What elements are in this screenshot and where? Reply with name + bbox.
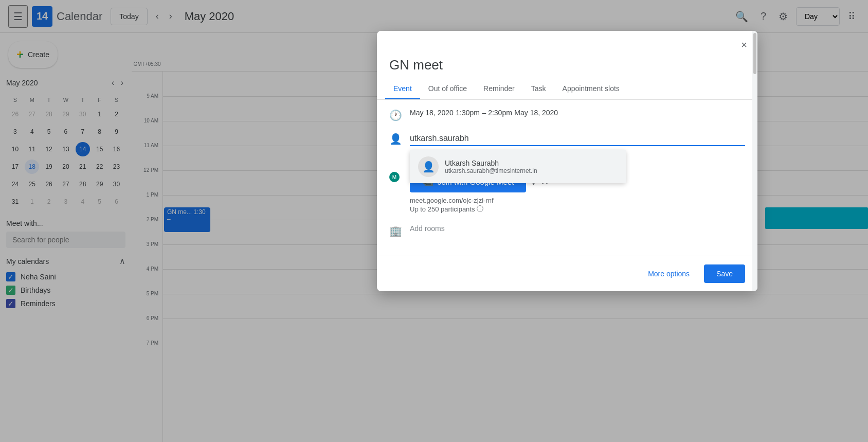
rooms-content: Add rooms [410, 224, 745, 233]
participants-text: Up to 250 participants [410, 205, 475, 213]
avatar-icon: 👤 [422, 161, 435, 173]
suggestion-info: Utkarsh Saurabh utkarsh.saurabh@timesint… [445, 159, 618, 174]
datetime-dash: – [482, 109, 488, 117]
meet-link[interactable]: meet.google.com/ojc-zjzi-rnf [410, 197, 745, 204]
guest-input[interactable] [410, 132, 745, 146]
suggestion-name: Utkarsh Saurabh [445, 159, 618, 167]
end-time[interactable]: 2:30pm [488, 109, 512, 117]
suggestion-email: utkarsh.saurabh@timesinternet.in [445, 167, 618, 174]
modal-title: GN meet [377, 53, 757, 79]
tab-task[interactable]: Task [523, 79, 554, 99]
event-modal: × GN meet Event Out of office Reminder T… [377, 31, 757, 291]
modal-tabs: Event Out of office Reminder Task Appoin… [377, 79, 757, 100]
modal-close-button[interactable]: × [739, 37, 749, 53]
modal-scrollbar-thumb [753, 33, 756, 74]
datetime-content: May 18, 2020 1:30pm – 2:30pm May 18, 202… [410, 108, 745, 117]
meet-icon: M [389, 172, 402, 185]
start-time[interactable]: 1:30pm [456, 109, 480, 117]
tab-reminder[interactable]: Reminder [475, 79, 523, 99]
save-button[interactable]: Save [704, 264, 745, 283]
google-meet-icon: M [389, 172, 400, 182]
clock-icon: 🕐 [389, 109, 402, 121]
suggestion-dropdown: 👤 Utkarsh Saurabh utkarsh.saurabh@timesi… [410, 150, 626, 183]
guest-row: 👤 👤 Utkarsh Saurabh utkarsh.saurabh@time… [389, 132, 745, 146]
suggestion-item[interactable]: 👤 Utkarsh Saurabh utkarsh.saurabh@timesi… [410, 150, 626, 183]
tab-appointment-slots[interactable]: Appointment slots [554, 79, 628, 99]
guest-input-wrapper: 👤 Utkarsh Saurabh utkarsh.saurabh@timesi… [410, 132, 745, 146]
tab-event[interactable]: Event [385, 79, 420, 99]
people-icon: 👤 [389, 133, 402, 145]
suggestion-avatar: 👤 [418, 156, 439, 177]
modal-header: × [377, 31, 757, 53]
modal-scrollbar[interactable] [752, 31, 757, 291]
datetime-row: 🕐 May 18, 2020 1:30pm – 2:30pm May 18, 2… [389, 108, 745, 121]
start-date[interactable]: May 18, 2020 [410, 109, 454, 117]
more-options-button[interactable]: More options [640, 266, 698, 282]
end-date[interactable]: May 18, 2020 [514, 109, 558, 117]
meet-participants: Up to 250 participants ⓘ [410, 204, 745, 214]
rooms-row: 🏢 Add rooms [389, 224, 745, 237]
add-rooms-label[interactable]: Add rooms [410, 224, 445, 233]
meet-section-bottom: meet.google.com/ojc-zjzi-rnf Up to 250 p… [410, 197, 745, 214]
tab-out-of-office[interactable]: Out of office [420, 79, 475, 99]
guest-input-content: 👤 Utkarsh Saurabh utkarsh.saurabh@timesi… [410, 132, 745, 146]
modal-footer: More options Save [377, 256, 757, 291]
modal-body: 🕐 May 18, 2020 1:30pm – 2:30pm May 18, 2… [377, 100, 757, 256]
info-icon: ⓘ [477, 204, 483, 214]
svg-text:M: M [392, 174, 396, 180]
rooms-icon: 🏢 [389, 225, 402, 237]
